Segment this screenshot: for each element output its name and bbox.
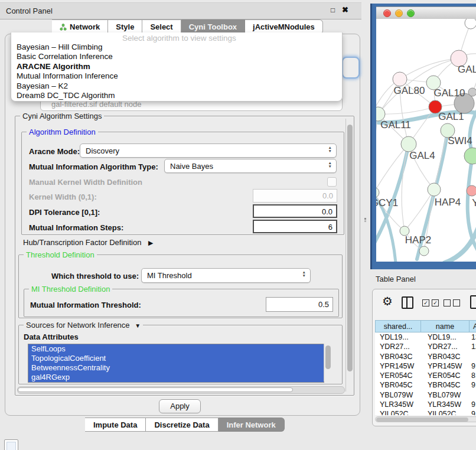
network-node-gcy1[interactable] xyxy=(376,187,379,198)
network-node-label: GAL4 xyxy=(409,150,435,161)
network-node[interactable] xyxy=(468,88,476,96)
network-node-hap4[interactable] xyxy=(428,183,441,196)
cell-name: YBR043C xyxy=(420,352,469,361)
mi-threshold-group: MI Threshold Definition Mutual Informati… xyxy=(24,289,339,317)
table-row[interactable]: YDL19... YDL19... 13 xyxy=(375,332,476,342)
cyni-bottom-tab[interactable]: Infer Network xyxy=(219,418,285,432)
table-header-row: shared... name A xyxy=(375,320,476,332)
network-node-label: GCY1 xyxy=(376,197,398,208)
table-row[interactable]: YBR045C YBR045C 9. xyxy=(375,380,476,390)
table-row[interactable]: YPR145W YPR145W 9. xyxy=(375,361,476,371)
network-edge[interactable] xyxy=(378,107,435,114)
network-edge[interactable] xyxy=(400,58,459,79)
settings-hscrollbar[interactable] xyxy=(17,386,345,394)
table-row[interactable]: YBL079W YBL079W xyxy=(375,390,476,400)
network-graph[interactable]: GALGAL80GAL10GAL1GAL11SWI4GAL4GCY1HAP4YH… xyxy=(376,19,476,262)
zoom-traffic-light-icon[interactable] xyxy=(407,9,415,17)
deselect-all-columns-icon[interactable] xyxy=(444,299,460,306)
control-panel-titlebar: Control Panel □ ✖ xyxy=(0,2,361,19)
collapse-down-icon[interactable]: ▼ xyxy=(135,322,141,329)
which-threshold-select[interactable]: MI Threshold ▲▼ xyxy=(141,268,311,283)
tab-label: Network xyxy=(70,22,100,31)
cell-shared-name: YBR043C xyxy=(375,352,420,361)
table-row[interactable]: YIL052C YIL052C 9. xyxy=(375,409,476,415)
select-all-columns-icon[interactable]: ✓✓ xyxy=(422,299,439,306)
kernel-width-label: Kernel Width (0,1): xyxy=(29,193,97,201)
cell-name: YIL052C xyxy=(420,409,469,415)
minimize-traffic-light-icon[interactable] xyxy=(395,9,403,17)
table-row[interactable]: YBR043C YBR043C xyxy=(375,352,476,361)
tab-label: Cyni Toolbox xyxy=(189,22,237,31)
network-canvas[interactable]: GALGAL80GAL10GAL1GAL11SWI4GAL4GCY1HAP4YH… xyxy=(376,19,476,262)
network-node[interactable] xyxy=(419,246,429,256)
algorithm-option[interactable]: Bayesian – K2 xyxy=(11,81,342,91)
export-table-icon[interactable] xyxy=(470,295,476,309)
panel-splitter-grip[interactable] xyxy=(363,217,367,223)
dpi-tolerance-field[interactable]: 0.0 xyxy=(253,204,337,218)
mi-threshold-label: Mutual Information Threshold: xyxy=(30,301,141,309)
cell-shared-name: YDR27... xyxy=(375,342,420,351)
column-header[interactable]: shared... xyxy=(375,320,420,332)
kernel-width-field[interactable]: 0.0 xyxy=(253,189,337,203)
algorithm-option[interactable]: Basic Correlation Inference xyxy=(11,52,342,61)
cyni-bottom-tab[interactable]: Discretize Data xyxy=(146,418,218,432)
cell-name: YDL19... xyxy=(420,332,469,342)
mi-steps-label: Mutual Information Steps: xyxy=(29,223,123,232)
algorithm-option[interactable]: Dream8 DC_TDC Algorithm xyxy=(11,91,342,100)
data-attribute-item[interactable]: SelfLoops xyxy=(28,344,324,354)
manual-kernel-checkbox[interactable] xyxy=(327,177,337,187)
apply-button[interactable]: Apply xyxy=(159,399,201,413)
sources-legend[interactable]: Sources for Network Inference ▼ xyxy=(24,321,143,330)
data-attribute-item[interactable]: TopologicalCoefficient xyxy=(28,354,324,363)
table-row[interactable]: YLR345W YLR345W 9. xyxy=(375,400,476,409)
network-node[interactable] xyxy=(465,19,476,29)
float-window-icon[interactable]: □ xyxy=(331,6,335,14)
table-panel: ⚙ ✓✓ shared... name A YDL19... YDL19... … xyxy=(372,289,476,426)
close-icon[interactable]: ✖ xyxy=(342,5,348,14)
which-threshold-value: MI Threshold xyxy=(147,271,192,280)
table-hscrollbar[interactable] xyxy=(375,416,476,422)
tab-label: Style xyxy=(116,22,134,31)
network-node-label: Y xyxy=(472,197,476,208)
network-edge[interactable] xyxy=(376,114,378,193)
network-edge[interactable] xyxy=(434,131,448,190)
bottom-left-panel-icon[interactable] xyxy=(4,439,18,450)
data-attribute-item[interactable]: BetweennessCentrality xyxy=(28,363,324,373)
algorithm-option[interactable]: ARACNE Algorithm xyxy=(11,62,342,71)
table-row[interactable]: YER054C YER054C 8. xyxy=(375,371,476,380)
close-traffic-light-icon[interactable] xyxy=(383,9,391,17)
column-header[interactable]: A xyxy=(469,320,476,332)
column-header[interactable]: name xyxy=(420,320,469,332)
mi-threshold-field[interactable]: 0.5 xyxy=(266,297,333,312)
cyni-bottom-tab[interactable]: Impute Data xyxy=(85,418,146,432)
settings-vscrollbar[interactable] xyxy=(345,119,353,392)
expand-right-icon[interactable]: ▶ xyxy=(148,239,153,246)
algorithm-option[interactable]: Mutual Information Inference xyxy=(11,71,342,81)
cyni-bottom-tabbar: Impute Data Discretize Data Infer Networ… xyxy=(85,418,285,432)
mi-type-select[interactable]: Naive Bayes ▲▼ xyxy=(164,159,337,173)
focused-field-fragment[interactable] xyxy=(342,57,360,79)
aracne-mode-select[interactable]: Discovery ▲▼ xyxy=(80,144,337,158)
data-attributes-label: Data Attributes xyxy=(24,332,79,341)
algorithm-option[interactable]: Bayesian – Hill Climbing xyxy=(11,43,342,52)
attributes-scrollbar[interactable] xyxy=(324,344,331,381)
algorithm-definition-group: Algorithm Definition Aracne Mode: Discov… xyxy=(21,132,344,235)
cell-name: YER054C xyxy=(420,371,469,380)
tab-label: jActiveMNodules xyxy=(253,22,315,31)
network-view-window: GALGAL80GAL10GAL1GAL11SWI4GAL4GCY1HAP4YH… xyxy=(370,4,476,269)
cell-shared-name: YPR145W xyxy=(375,361,420,371)
network-node-label: HAP4 xyxy=(435,197,461,208)
cell-shared-name: YER054C xyxy=(375,371,420,380)
data-attribute-item[interactable]: gal4RGexp xyxy=(28,373,324,382)
network-node-y[interactable] xyxy=(467,185,476,196)
columns-icon[interactable] xyxy=(402,296,413,309)
network-node[interactable] xyxy=(464,148,476,164)
table-row[interactable]: YDR27... YDR27... 12 xyxy=(375,342,476,351)
algorithm-options: Bayesian – Hill Climbing Basic Correlati… xyxy=(11,43,342,100)
cell-value: 9. xyxy=(469,409,476,415)
mi-steps-field[interactable]: 6 xyxy=(253,220,337,233)
gear-icon[interactable]: ⚙ xyxy=(382,294,393,308)
network-window-titlebar[interactable] xyxy=(376,6,476,20)
hub-definition-toggle[interactable]: Hub/Transcription Factor Definition ▶ xyxy=(23,238,153,247)
network-node-gal80[interactable] xyxy=(393,72,407,86)
